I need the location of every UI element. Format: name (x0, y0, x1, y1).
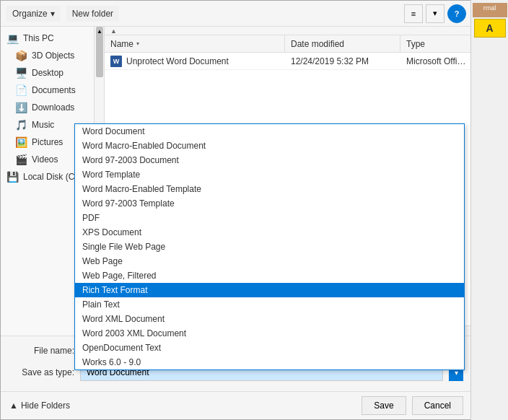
word-doc-icon: W (110, 56, 122, 67)
column-headers: Name ▾ Date modified Type (105, 35, 472, 53)
dropdown-item-plain-text[interactable]: Plain Text (75, 297, 464, 312)
column-date-modified[interactable]: Date modified (285, 35, 400, 52)
dropdown-item-word-97-template[interactable]: Word 97-2003 Template (75, 196, 464, 211)
chevron-up-icon: ▲ (9, 401, 18, 411)
pictures-icon: 🖼️ (15, 136, 27, 148)
organize-label: Organize (12, 9, 48, 19)
sidebar-item-desktop[interactable]: 🖥️ Desktop (1, 64, 94, 82)
dropdown-item-web-page[interactable]: Web Page (75, 254, 464, 268)
computer-icon: 💻 (6, 32, 19, 44)
column-type[interactable]: Type (400, 35, 472, 52)
music-icon: 🎵 (15, 119, 27, 131)
dropdown-item-word-97[interactable]: Word 97-2003 Document (75, 153, 464, 167)
action-area: ▲ Hide Folders Save Cancel (1, 391, 472, 419)
save-as-type-label: Save as type: (9, 367, 74, 377)
dropdown-item-rtf[interactable]: Rich Text Format (75, 283, 464, 297)
organize-chevron-icon: ▾ (51, 9, 55, 19)
cancel-button[interactable]: Cancel (412, 396, 463, 415)
right-panel: rmal A (470, 0, 508, 420)
action-buttons: Save Cancel (362, 396, 463, 415)
3d-objects-icon: 📦 (15, 50, 27, 61)
sidebar-item-downloads[interactable]: ⬇️ Downloads (1, 99, 94, 116)
sidebar-item-documents[interactable]: 📄 Documents (1, 82, 94, 99)
dropdown-item-word-template[interactable]: Word Template (75, 167, 464, 182)
toolbar: Organize ▾ New folder ≡ ▾ ? (1, 1, 472, 27)
help-button[interactable]: ? (447, 4, 466, 23)
dropdown-item-xps[interactable]: XPS Document (75, 225, 464, 240)
sidebar-item-this-pc[interactable]: 💻 This PC (1, 30, 94, 47)
sort-arrow-icon: ▾ (136, 40, 139, 47)
dropdown-item-word-macro[interactable]: Word Macro-Enabled Document (75, 139, 464, 153)
dropdown-item-works[interactable]: Works 6.0 - 9.0 (75, 355, 464, 369)
ribbon-tabs: rmal (473, 3, 507, 17)
documents-icon: 📄 (15, 84, 27, 96)
save-as-type-dropdown-list: Word Document Word Macro-Enabled Documen… (74, 123, 465, 370)
ribbon-tab-normal: rmal (473, 3, 507, 17)
view-toggle-button[interactable]: ≡ (404, 4, 423, 23)
downloads-icon: ⬇️ (15, 102, 27, 113)
view-dropdown-button[interactable]: ▾ (426, 4, 444, 23)
file-type-cell: Microsoft Office (400, 56, 472, 66)
dropdown-item-odt[interactable]: OpenDocument Text (75, 341, 464, 355)
column-name[interactable]: Name ▾ (105, 35, 285, 52)
new-folder-button[interactable]: New folder (66, 6, 119, 22)
table-row[interactable]: W Unprotect Word Document 12/24/2019 5:3… (105, 53, 472, 70)
sidebar-item-3d-objects[interactable]: 📦 3D Objects (1, 47, 94, 64)
dropdown-item-word-macro-template[interactable]: Word Macro-Enabled Template (75, 182, 464, 196)
save-button[interactable]: Save (362, 396, 406, 415)
desktop-icon: 🖥️ (15, 67, 27, 79)
sort-indicator: ▲ (110, 27, 117, 35)
file-date-cell: 12/24/2019 5:32 PM (285, 56, 400, 66)
dropdown-item-word-2003-xml[interactable]: Word 2003 XML Document (75, 326, 464, 341)
file-name-label: File name: (9, 346, 74, 356)
dropdown-item-word-xml[interactable]: Word XML Document (75, 312, 464, 326)
videos-icon: 🎬 (15, 154, 27, 165)
hide-folders-button[interactable]: ▲ Hide Folders (9, 401, 70, 411)
dropdown-item-word-doc[interactable]: Word Document (75, 124, 464, 139)
file-name-cell: W Unprotect Word Document (105, 56, 285, 67)
disk-icon: 💾 (6, 171, 19, 183)
ribbon-style-button[interactable]: A (474, 19, 506, 38)
dropdown-item-web-filtered[interactable]: Web Page, Filtered (75, 268, 464, 283)
organize-button[interactable]: Organize ▾ (6, 6, 61, 22)
dropdown-item-single-file-web[interactable]: Single File Web Page (75, 240, 464, 254)
dropdown-item-pdf[interactable]: PDF (75, 211, 464, 225)
